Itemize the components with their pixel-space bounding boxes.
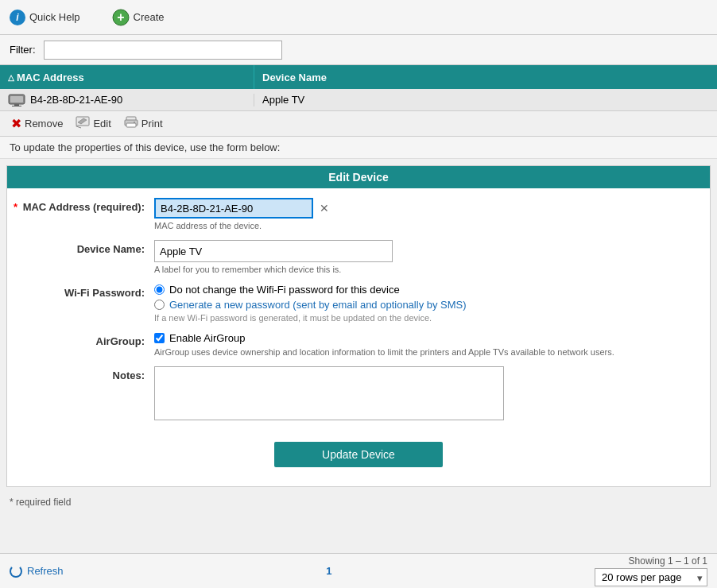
remove-button[interactable]: ✖ Remove: [6, 114, 68, 133]
edit-device-header: Edit Device: [7, 166, 710, 188]
top-toolbar: i Quick Help + Create: [0, 0, 717, 35]
device-name-input[interactable]: [154, 240, 393, 262]
device-icon: [8, 94, 25, 106]
svg-line-7: [76, 126, 81, 128]
remove-icon: ✖: [11, 116, 21, 131]
airgroup-checkbox-label: Enable AirGroup: [169, 332, 245, 344]
mac-input-container: ✕: [154, 198, 710, 219]
mac-label: * MAC Address (required):: [7, 198, 154, 213]
print-button[interactable]: Print: [119, 114, 168, 133]
filter-input[interactable]: [44, 41, 282, 60]
edit-button[interactable]: Edit: [71, 114, 115, 133]
edit-device-body: * MAC Address (required): ✕ MAC address …: [7, 188, 710, 486]
mac-clear-button[interactable]: ✕: [316, 202, 332, 215]
device-name-cell: Apple TV: [262, 94, 304, 106]
mac-sort-arrow: △: [8, 73, 14, 82]
refresh-icon: [10, 565, 22, 578]
edit-device-title: Edit Device: [328, 171, 388, 184]
wifi-option-1: Do not change the Wifi-Fi password for t…: [154, 284, 710, 296]
filter-label: Filter:: [10, 44, 36, 56]
wifi-generate-radio[interactable]: [154, 300, 165, 310]
device-name-row: Device Name: A label for you to remember…: [7, 240, 710, 274]
mac-address-input[interactable]: [154, 198, 313, 219]
wifi-no-change-label: Do not change the Wifi-Fi password for t…: [169, 284, 400, 296]
cell-mac: B4-2B-8D-21-AE-90: [0, 94, 254, 106]
notes-label: Notes:: [7, 366, 154, 381]
wifi-option-2: Generate a new password (sent by email a…: [154, 299, 710, 311]
mac-address-cell: B4-2B-8D-21-AE-90: [30, 94, 122, 106]
print-label: Print: [141, 118, 163, 130]
notes-textarea[interactable]: [154, 366, 504, 420]
cell-device: Apple TV: [254, 94, 717, 106]
wifi-password-row: Wi-Fi Password: Do not change the Wifi-F…: [7, 284, 710, 323]
table-header: △ MAC Address Device Name: [0, 65, 717, 89]
rows-dropdown-wrap: 10 rows per page 20 rows per page 50 row…: [595, 568, 707, 586]
svg-rect-3: [10, 96, 23, 103]
device-name-hint: A label for you to remember which device…: [154, 265, 710, 274]
create-label: Create: [134, 11, 165, 23]
notes-field: [154, 366, 710, 423]
wifi-hint: If a new Wi-Fi password is generated, it…: [154, 313, 710, 323]
create-icon: +: [112, 9, 130, 26]
mac-address-row: * MAC Address (required): ✕ MAC address …: [7, 198, 710, 230]
update-device-button[interactable]: Update Device: [274, 442, 443, 467]
col-device-header[interactable]: Device Name: [254, 65, 717, 89]
filter-bar: Filter:: [0, 35, 717, 65]
edit-label: Edit: [93, 118, 110, 130]
col-device-label: Device Name: [262, 72, 327, 83]
airgroup-hint: AirGroup uses device ownership and locat…: [154, 347, 710, 357]
device-name-field: A label for you to remember which device…: [154, 240, 710, 274]
col-mac-header[interactable]: △ MAC Address: [0, 65, 254, 89]
instruction-text: To update the properties of this device,…: [0, 137, 717, 159]
svg-rect-4: [14, 104, 19, 106]
notes-row: Notes:: [7, 366, 710, 423]
svg-rect-5: [12, 106, 21, 106]
refresh-label: Refresh: [27, 565, 64, 577]
edit-toolbar: ✖ Remove Edit Print: [0, 111, 717, 137]
col-mac-label: MAC Address: [17, 72, 84, 83]
required-note: * required field: [0, 493, 717, 511]
create-button[interactable]: + Create: [112, 9, 165, 26]
wifi-label: Wi-Fi Password:: [7, 284, 154, 299]
wifi-no-change-radio[interactable]: [154, 284, 165, 295]
svg-point-12: [134, 122, 135, 123]
wifi-field: Do not change the Wifi-Fi password for t…: [154, 284, 710, 323]
update-button-row: Update Device: [7, 432, 710, 477]
quick-help-label: Quick Help: [29, 11, 80, 23]
airgroup-label: AirGroup:: [7, 332, 154, 347]
required-star: *: [14, 201, 17, 213]
showing-text: Showing 1 – 1 of 1: [629, 555, 707, 567]
bottom-right: Showing 1 – 1 of 1 10 rows per page 20 r…: [595, 555, 707, 586]
mac-hint: MAC address of the device.: [154, 221, 710, 230]
print-icon: [124, 116, 138, 131]
rows-per-page-select: 10 rows per page 20 rows per page 50 row…: [595, 568, 707, 586]
airgroup-field: Enable AirGroup AirGroup uses device own…: [154, 332, 710, 357]
wifi-radio-group: Do not change the Wifi-Fi password for t…: [154, 284, 710, 311]
device-name-label: Device Name:: [7, 240, 154, 255]
airgroup-row: AirGroup: Enable AirGroup AirGroup uses …: [7, 332, 710, 357]
svg-text:+: +: [117, 10, 124, 24]
wifi-generate-label: Generate a new password (sent by email a…: [169, 299, 467, 311]
rows-per-page-dropdown[interactable]: 10 rows per page 20 rows per page 50 row…: [595, 568, 707, 586]
info-icon: i: [10, 10, 25, 25]
bottom-bar: Refresh 1 Showing 1 – 1 of 1 10 rows per…: [0, 553, 717, 588]
svg-rect-11: [126, 123, 136, 127]
edit-device-panel: Edit Device * MAC Address (required): ✕ …: [6, 165, 711, 487]
table-row[interactable]: B4-2B-8D-21-AE-90 Apple TV: [0, 89, 717, 111]
remove-label: Remove: [25, 118, 63, 130]
page-number[interactable]: 1: [326, 565, 331, 577]
quick-help-button[interactable]: i Quick Help: [10, 10, 80, 25]
airgroup-checkbox-row: Enable AirGroup: [154, 332, 710, 344]
refresh-button[interactable]: Refresh: [10, 565, 64, 578]
mac-field: ✕ MAC address of the device.: [154, 198, 710, 230]
airgroup-checkbox[interactable]: [154, 333, 165, 343]
edit-icon: [76, 116, 90, 131]
